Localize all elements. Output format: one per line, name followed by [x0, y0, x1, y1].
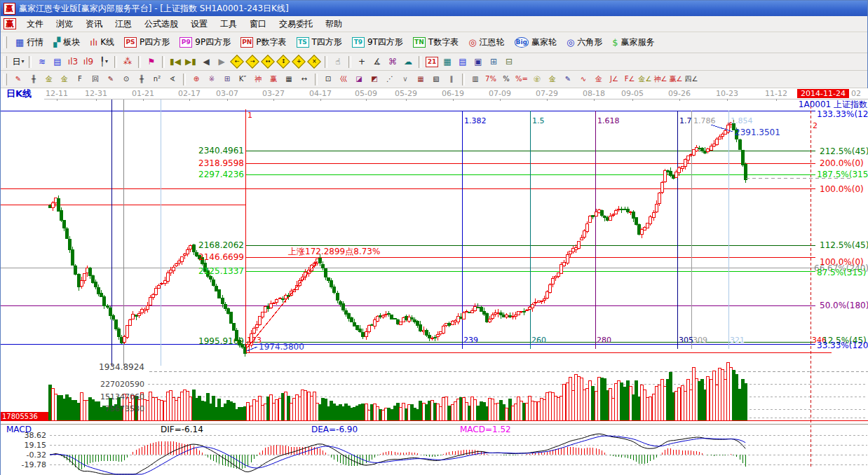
menu-file[interactable]: 文件 — [20, 18, 50, 30]
web-grid-icon[interactable]: ⊞ — [219, 72, 235, 86]
grid-arrow-icon[interactable]: ▧ — [428, 72, 444, 86]
calculator-icon[interactable]: ▦ — [440, 55, 455, 69]
menu-gann[interactable]: 江恩 — [109, 18, 138, 30]
dense-grid-icon[interactable]: ▦ — [413, 72, 428, 86]
n-square-icon[interactable]: n² — [149, 72, 165, 86]
gold-line-icon[interactable]: 金 — [545, 72, 560, 86]
multi-screen-icon[interactable]: ⊞ — [486, 55, 501, 69]
gold-angle-icon[interactable]: 金∠ — [637, 72, 653, 86]
stat-bars-icon[interactable]: ▥ — [468, 72, 483, 86]
shen-grid-icon[interactable]: 神 — [250, 72, 266, 86]
next-bar-button[interactable]: ▶ — [214, 55, 229, 69]
f-scale-icon[interactable]: F — [72, 72, 88, 86]
first-bar-button[interactable]: ▮◀ — [168, 55, 183, 69]
notes-icon[interactable]: ▤ — [455, 55, 470, 69]
hexagon-button[interactable]: ◎六角形 — [562, 36, 607, 48]
fan-box2-icon[interactable]: ◩ — [367, 72, 382, 86]
candle-style-dropdown[interactable]: ╿▾ — [96, 55, 111, 69]
fan-lines-icon[interactable]: 巛 — [336, 72, 351, 86]
si-angle-icon[interactable]: 四∠ — [684, 72, 699, 86]
t-number-button[interactable]: TNT数字表 — [408, 36, 463, 48]
winner-wheel-button[interactable]: Big赢家轮 — [510, 36, 562, 48]
p-square-button[interactable]: PSP四方形 — [119, 36, 175, 48]
k-mark-icon[interactable]: K″ — [235, 72, 250, 86]
three-bars-icon[interactable]: ıl3 — [65, 55, 81, 69]
last-bar-button[interactable]: ▶▮ — [183, 55, 198, 69]
angle-ruler-icon[interactable]: ∢ — [165, 72, 180, 86]
t-square-button[interactable]: TST四方形 — [292, 36, 347, 48]
diamond-expand-button[interactable]: × — [306, 55, 322, 69]
shen-angle-icon[interactable]: 神∠ — [653, 72, 668, 86]
spiral-icon[interactable]: 回 — [88, 72, 103, 86]
percent-line-icon[interactable]: %= — [514, 72, 529, 86]
tick-scale-icon[interactable]: ╫ — [134, 72, 149, 86]
gann-box-icon[interactable]: ⊡ — [320, 72, 336, 86]
calendar-icon[interactable]: 21 — [424, 55, 440, 69]
toolbar-grip — [4, 56, 7, 68]
t9-square-button[interactable]: T99T四方形 — [347, 36, 408, 48]
pen-chart-icon[interactable]: ✎ — [103, 72, 118, 86]
scribble-chart-icon[interactable]: ≋ — [34, 55, 50, 69]
gann-wheel-button[interactable]: ◎江恩轮 — [463, 36, 509, 48]
nine-bars-icon[interactable]: ıl9 — [81, 55, 96, 69]
wave-icon[interactable]: ∿ — [576, 72, 591, 86]
gann-scale-icon[interactable]: ╫ — [26, 72, 41, 86]
gold-circle-icon[interactable]: ㊎ — [529, 72, 545, 86]
star-grid-icon[interactable]: ※ — [204, 72, 219, 86]
prev-bar-button[interactable]: ◀ — [198, 55, 214, 69]
quotes-button[interactable]: ▦行情 — [11, 36, 48, 48]
crosshair-icon[interactable]: + — [354, 55, 369, 69]
kline-chart-canvas[interactable]: 11731.3822391.52601.6182801.73051.786309… — [1, 88, 868, 475]
menu-news[interactable]: 资讯 — [79, 18, 109, 30]
diamond-vspan-button[interactable]: ↕ — [276, 55, 291, 69]
circle-cross-icon[interactable]: ⊕ — [189, 72, 204, 86]
flag-icon[interactable]: ⚑ — [144, 55, 159, 69]
gold-section2-icon[interactable]: 金 — [57, 72, 72, 86]
kline-button[interactable]: ılıK线 — [85, 36, 119, 48]
percent-icon[interactable]: % — [499, 72, 514, 86]
diamond-left-button[interactable]: ← — [229, 55, 245, 69]
diamond-hspan-button[interactable]: ↔ — [260, 55, 276, 69]
winner-service-button[interactable]: $赢家服务 — [607, 36, 659, 48]
p9-square-button[interactable]: P99P四方形 — [175, 36, 236, 48]
span-arrow-icon[interactable]: ↔ — [297, 72, 312, 86]
save-icon[interactable]: ▣ — [470, 55, 486, 69]
cloud-analysis-icon[interactable]: ☁ — [400, 55, 416, 69]
parallel-lines-icon[interactable]: ∥ — [444, 72, 459, 86]
count-grid-icon[interactable]: ▦ — [281, 72, 297, 86]
gold-hline-icon[interactable]: 金 — [591, 72, 606, 86]
fan-box-icon[interactable]: ◪ — [351, 72, 367, 86]
menu-browse[interactable]: 浏览 — [50, 18, 79, 30]
period-day-dropdown[interactable]: 日▾ — [11, 55, 26, 69]
percent-drop-icon[interactable]: 7% — [483, 72, 499, 86]
gold-section-icon[interactable]: 金 — [41, 72, 57, 86]
ying-angle-icon[interactable]: 赢∠ — [668, 72, 684, 86]
trend-line-icon[interactable]: ⋰ — [382, 72, 398, 86]
drag-hand-icon[interactable]: ☝ — [330, 55, 346, 69]
menu-tools[interactable]: 工具 — [214, 18, 243, 30]
gann-tool-icon[interactable]: ⌘ — [385, 55, 400, 69]
volume-bar — [287, 397, 290, 420]
diamond-center-button[interactable]: + — [291, 55, 306, 69]
pen-flag-icon[interactable]: ✎ — [560, 72, 576, 86]
date-tick-label: 07-29 — [536, 89, 558, 98]
menu-window[interactable]: 窗口 — [243, 18, 273, 30]
v-line-icon[interactable]: ∨ — [398, 72, 413, 86]
candle-body — [545, 291, 548, 298]
time-circle-icon[interactable]: ⊙ — [118, 72, 134, 86]
j-angle-icon[interactable]: J∠ — [606, 72, 622, 86]
diamond-right-button[interactable]: → — [245, 55, 260, 69]
ying-grid-icon[interactable]: 赢 — [266, 72, 281, 86]
menu-settings[interactable]: 设置 — [184, 18, 214, 30]
menu-formula-stock-pick[interactable]: 公式选股 — [138, 18, 184, 30]
menu-trade-entrust[interactable]: 交易委托 — [273, 18, 319, 30]
sectors-button[interactable]: ▞板块 — [48, 36, 85, 48]
footprint-icon[interactable]: ⁂ — [120, 55, 135, 69]
print-icon[interactable]: ⊟ — [501, 55, 517, 69]
brush-icon[interactable]: ✎ — [11, 72, 26, 86]
note-list-icon[interactable]: ▤ — [50, 55, 65, 69]
menu-help[interactable]: 帮助 — [319, 18, 348, 30]
angle-measure-icon[interactable]: ∡ — [369, 55, 385, 69]
p-number-button[interactable]: PNP数字表 — [236, 36, 291, 48]
f-angle-icon[interactable]: F∠ — [622, 72, 637, 86]
